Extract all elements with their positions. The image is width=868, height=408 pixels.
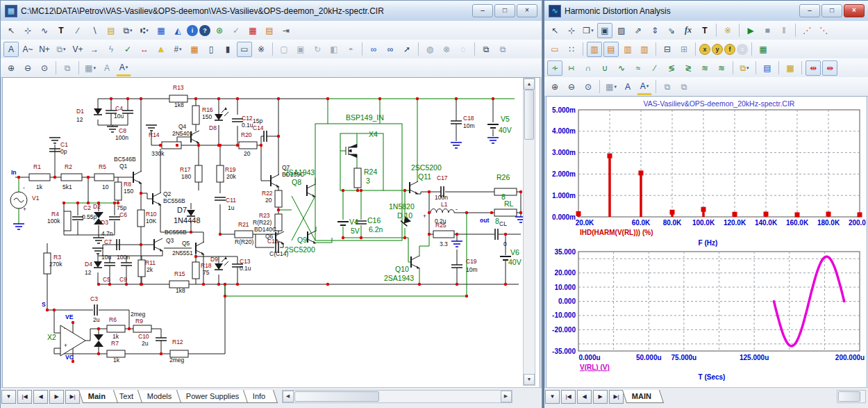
schematic-label[interactable]: 2N5401: [172, 131, 193, 137]
schematic-label[interactable]: Q3: [166, 238, 174, 244]
text-mode-icon[interactable]: T: [697, 23, 712, 38]
pin-connections-icon[interactable]: ↔: [137, 42, 152, 57]
schematic-label[interactable]: Q11: [418, 173, 431, 181]
select-box-icon[interactable]: ▢: [276, 42, 292, 57]
pause-icon[interactable]: ‖: [776, 23, 792, 38]
schematic-label[interactable]: R12: [172, 339, 183, 345]
close-button[interactable]: ×: [517, 4, 537, 17]
shapes-icon[interactable]: ❒▾: [581, 23, 596, 38]
schematic-label[interactable]: +: [64, 343, 67, 349]
first-tab-icon[interactable]: |◀: [17, 390, 32, 404]
pan-hand-icon[interactable]: ⊹: [564, 23, 579, 38]
schematic-label[interactable]: R2: [65, 164, 72, 170]
schematic-label[interactable]: R20: [241, 132, 252, 138]
schematic-label[interactable]: R14: [149, 132, 160, 138]
properties-icon[interactable]: ※: [720, 23, 735, 38]
schematic-label[interactable]: 0p: [60, 149, 67, 155]
schematic-label[interactable]: R19: [225, 167, 236, 173]
schematic-label[interactable]: BC546B: [114, 156, 136, 163]
schematic-label[interactable]: R7: [111, 341, 119, 347]
scale-down-icon[interactable]: ⇘: [664, 23, 679, 38]
schematic-label[interactable]: 100n: [435, 195, 448, 201]
run-icon[interactable]: ▶: [743, 23, 758, 38]
schematic-label[interactable]: 2SA1943: [384, 275, 414, 282]
inflection-icon[interactable]: ≶: [664, 60, 679, 76]
warning-icon[interactable]: ▲: [153, 42, 169, 57]
schematic-label[interactable]: V5: [501, 115, 510, 123]
schematic-label[interactable]: C5: [103, 277, 110, 283]
schematic-label[interactable]: D9: [210, 256, 218, 263]
schematic-label[interactable]: 1u: [228, 205, 234, 211]
schematic-label[interactable]: 10m: [463, 123, 475, 129]
schematic-label[interactable]: C3: [90, 296, 98, 302]
last-tab-icon[interactable]: ▶|: [609, 390, 624, 404]
flip-v-icon[interactable]: ◓: [343, 42, 358, 57]
schematic-label[interactable]: 1N5820: [389, 203, 415, 211]
power-icon[interactable]: ϟ: [103, 42, 119, 57]
schematic-label[interactable]: 10u: [101, 254, 111, 261]
schematic-label[interactable]: 3: [366, 177, 370, 185]
log-axis-icon[interactable]: ≡: [737, 44, 748, 55]
right-titlebar[interactable]: ∿ Harmonic Distortion Analysis – □ ×: [544, 1, 868, 22]
fx-axis-icon[interactable]: f: [724, 44, 735, 55]
tab-menu-icon[interactable]: ▼: [1, 390, 16, 404]
title-block-icon[interactable]: ▯: [203, 42, 219, 57]
schematic-label[interactable]: 2SA1943: [285, 169, 315, 177]
wire-mode-icon[interactable]: ∿: [37, 23, 52, 38]
to-back-icon[interactable]: ⧉: [676, 79, 692, 95]
schematic-label[interactable]: V1: [32, 195, 39, 202]
notes-icon[interactable]: ▤: [262, 23, 277, 38]
schematic-label[interactable]: BC556B: [165, 229, 187, 236]
schematic-label[interactable]: C14: [253, 125, 264, 131]
last-tab-icon[interactable]: ▶|: [65, 390, 80, 404]
zoom-in-icon[interactable]: ⊕: [3, 60, 19, 76]
model-editor-icon[interactable]: ▦: [245, 23, 260, 38]
schematic-label[interactable]: R(R22): [253, 220, 272, 226]
find-next-icon[interactable]: ∞: [383, 42, 398, 57]
border-icon[interactable]: ▦: [187, 42, 202, 57]
schematic-label[interactable]: R25: [435, 222, 446, 229]
schematic-label[interactable]: 8: [495, 218, 499, 225]
text-mode-icon[interactable]: T: [53, 23, 69, 38]
line-draw-icon[interactable]: ∕: [70, 23, 85, 38]
schematic-label[interactable]: S: [42, 302, 46, 308]
schematic-label[interactable]: C19: [466, 259, 477, 265]
scroll-up-icon[interactable]: ▲: [524, 79, 535, 90]
schematic-label[interactable]: 1k8: [176, 288, 185, 294]
schematic-label[interactable]: 330k: [151, 151, 164, 157]
fx-scale-icon[interactable]: fx: [681, 23, 696, 38]
graph-setup-icon[interactable]: ▨: [614, 23, 629, 38]
overlay-plots-icon[interactable]: ▥: [637, 42, 652, 57]
node-numbers-icon[interactable]: N+: [37, 42, 52, 57]
schematic-label[interactable]: Q5: [182, 240, 190, 247]
edit-limits-icon[interactable]: ▦: [756, 42, 771, 57]
schematic-label[interactable]: 2u: [142, 341, 148, 347]
scale-vertical-icon[interactable]: ⇕: [647, 23, 662, 38]
maximize-button[interactable]: □: [494, 4, 515, 17]
schematic-label[interactable]: 2meg: [131, 311, 145, 318]
schematic-label[interactable]: 15p: [253, 118, 262, 124]
close-circle-icon[interactable]: ⊗: [439, 42, 454, 57]
schematic-label[interactable]: R24: [364, 168, 377, 176]
slope-negative-icon[interactable]: ⋱: [816, 23, 831, 38]
prev-tab-icon[interactable]: ◀: [33, 390, 48, 404]
peak-icon[interactable]: ∩: [581, 60, 596, 76]
schematic-label[interactable]: 2SC5200: [411, 164, 442, 172]
schematic-label[interactable]: C17: [437, 175, 448, 181]
hscroll-thumb[interactable]: [838, 391, 860, 402]
schematic-label[interactable]: 20: [244, 151, 250, 157]
schematic-label[interactable]: D8: [209, 125, 217, 131]
schematic-label[interactable]: Q2: [163, 191, 171, 197]
zoom-out-icon[interactable]: ⊖: [20, 60, 35, 76]
scroll-left-icon[interactable]: ◀: [283, 391, 294, 402]
spreadsheet-icon[interactable]: ▦: [153, 23, 169, 38]
schematic-label[interactable]: C11: [226, 197, 236, 204]
zoom-100-icon[interactable]: ⊙: [37, 60, 52, 76]
schematic-label[interactable]: 10u: [114, 113, 124, 120]
schematic-label[interactable]: R10: [146, 211, 157, 218]
schematic-vscrollbar[interactable]: ▲ ▼: [523, 78, 535, 386]
envelope-bottom-icon[interactable]: ≋: [714, 60, 729, 76]
schematic-label[interactable]: R26: [496, 174, 510, 181]
font-color-icon[interactable]: A▾: [116, 60, 131, 76]
schematic-label[interactable]: R(R20): [235, 239, 253, 245]
